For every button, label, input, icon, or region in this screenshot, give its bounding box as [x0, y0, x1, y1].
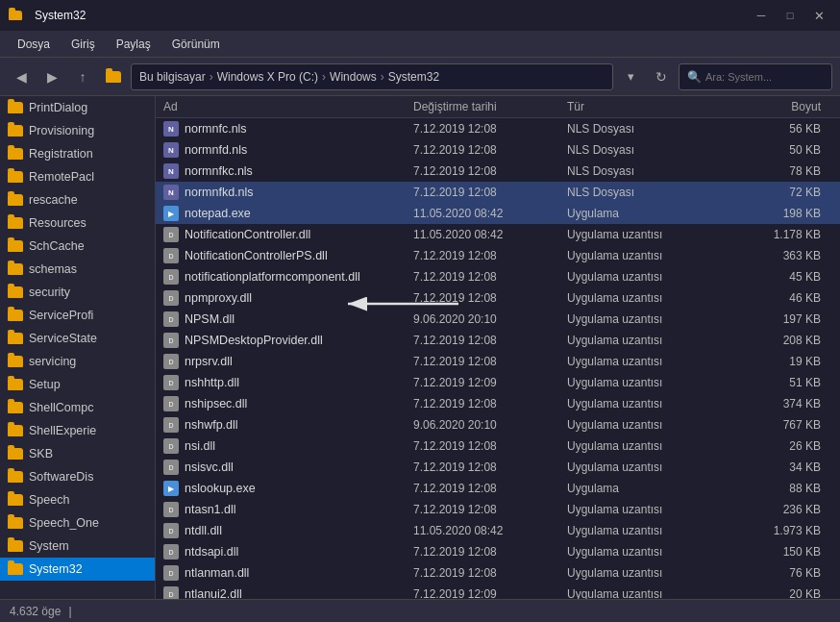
sidebar-item-system[interactable]: System	[0, 535, 155, 558]
file-date: 7.12.2019 12:08	[406, 460, 559, 474]
sidebar-item-skb[interactable]: SKB	[0, 442, 155, 465]
table-row[interactable]: Dntdll.dll11.05.2020 08:42Uygulama uzant…	[156, 520, 840, 541]
header-size[interactable]: Boyut	[732, 100, 828, 113]
refresh-button[interactable]: ↻	[648, 63, 675, 90]
file-icon: D	[163, 460, 179, 475]
sidebar-item-registration[interactable]: Registration	[0, 142, 155, 165]
up-button[interactable]: ↑	[69, 63, 96, 90]
file-icon: D	[163, 311, 179, 327]
file-size: 236 KB	[732, 503, 828, 516]
table-row[interactable]: Dntlanui2.dll7.12.2019 12:09Uygulama uza…	[156, 584, 840, 599]
sidebar-item-system32[interactable]: System32	[0, 558, 155, 581]
minimize-button[interactable]: ─	[748, 2, 775, 29]
sidebar-item-label: ServiceProfi	[29, 309, 93, 322]
table-row[interactable]: Dntdsapi.dll7.12.2019 12:08Uygulama uzan…	[156, 541, 840, 562]
sidebar-item-rescache[interactable]: rescache	[0, 188, 155, 211]
table-row[interactable]: Nnormnfkd.nls7.12.2019 12:08NLS Dosyası7…	[156, 182, 840, 203]
menu-dosya[interactable]: Dosya	[8, 34, 60, 55]
file-size: 72 KB	[732, 186, 828, 199]
sidebar-item-speech[interactable]: Speech	[0, 488, 155, 511]
forward-button[interactable]: ▶	[38, 63, 65, 90]
table-row[interactable]: DNPSMDesktopProvider.dll7.12.2019 12:08U…	[156, 330, 840, 351]
file-icon: N	[163, 121, 179, 137]
sidebar-item-label: Setup	[29, 378, 61, 391]
file-date: 9.06.2020 20:10	[406, 312, 559, 326]
header-name[interactable]: Ad	[156, 100, 406, 113]
file-size: 45 KB	[732, 270, 828, 284]
sidebar-item-schemas[interactable]: schemas	[0, 258, 155, 281]
table-row[interactable]: ▶nslookup.exe7.12.2019 12:08Uygulama88 K…	[156, 478, 840, 499]
table-row[interactable]: Dnpmproxy.dll7.12.2019 12:08Uygulama uza…	[156, 287, 840, 309]
address-bar[interactable]: Bu bilgisayar › Windows X Pro (C:) › Win…	[131, 63, 613, 90]
folder-icon	[8, 540, 23, 552]
file-icon: D	[163, 227, 179, 242]
back-button[interactable]: ◀	[8, 63, 35, 90]
menu-paylas[interactable]: Paylaş	[107, 34, 161, 55]
table-row[interactable]: Dntlanman.dll7.12.2019 12:08Uygulama uza…	[156, 562, 840, 584]
folder-icon	[8, 517, 23, 529]
status-bar: 4.632 öge |	[0, 599, 840, 622]
table-row[interactable]: Nnormnfd.nls7.12.2019 12:08NLS Dosyası50…	[156, 139, 840, 161]
sidebar-item-speech_one[interactable]: Speech_One	[0, 511, 155, 535]
file-type: Uygulama uzantısı	[559, 249, 732, 262]
file-list-container[interactable]: Ad Değiştirme tarihi Tür Boyut Nnormnfc.…	[156, 96, 840, 599]
close-button[interactable]: ✕	[805, 2, 832, 29]
file-name-cell: DNPSMDesktopProvider.dll	[156, 333, 406, 348]
table-row[interactable]: DNotificationController.dll11.05.2020 08…	[156, 224, 840, 245]
sidebar-item-label: ServiceState	[29, 332, 97, 345]
sidebar-item-servicestate[interactable]: ServiceState	[0, 327, 155, 350]
sidebar-item-serviceprofi[interactable]: ServiceProfi	[0, 304, 155, 327]
file-name: nrpsrv.dll	[185, 355, 233, 368]
sidebar-item-softwaredis[interactable]: SoftwareDis	[0, 465, 155, 488]
sidebar-item-servicing[interactable]: servicing	[0, 350, 155, 373]
table-row[interactable]: ▶notepad.exe11.05.2020 08:42Uygulama198 …	[156, 203, 840, 224]
file-name-cell: Nnormnfd.nls	[156, 142, 406, 158]
file-name-cell: Dntdsapi.dll	[156, 544, 406, 560]
menu-bar: Dosya Giriş Paylaş Görünüm	[0, 31, 840, 58]
menu-giris[interactable]: Giriş	[62, 34, 105, 55]
table-row[interactable]: DNPSM.dll9.06.2020 20:10Uygulama uzantıs…	[156, 309, 840, 330]
file-icon: D	[163, 290, 179, 306]
sidebar-item-shellexperie[interactable]: ShellExperie	[0, 419, 155, 442]
sidebar-item-shellcompc[interactable]: ShellCompc	[0, 396, 155, 419]
table-row[interactable]: Dnshhttp.dll7.12.2019 12:09Uygulama uzan…	[156, 372, 840, 393]
search-box[interactable]: 🔍 Ara: System...	[679, 63, 832, 90]
bc-windows: Windows	[330, 70, 377, 84]
file-date: 7.12.2019 12:08	[406, 164, 559, 178]
folder-icon	[8, 471, 23, 483]
folder-icon	[8, 402, 23, 413]
sidebar-item-schcache[interactable]: SchCache	[0, 235, 155, 258]
sidebar-item-provisioning[interactable]: Provisioning	[0, 119, 155, 142]
table-row[interactable]: Dnrpsrv.dll7.12.2019 12:08Uygulama uzant…	[156, 351, 840, 372]
file-icon: D	[163, 375, 179, 390]
window-controls[interactable]	[8, 8, 23, 23]
sidebar-item-setup[interactable]: Setup	[0, 373, 155, 396]
sidebar-item-remotepacl[interactable]: RemotePacl	[0, 165, 155, 188]
maximize-button[interactable]: □	[777, 2, 803, 29]
address-dropdown-button[interactable]: ▾	[617, 63, 644, 90]
table-row[interactable]: Dnotificationplatformcomponent.dll7.12.2…	[156, 266, 840, 287]
folder-icon	[8, 240, 23, 252]
file-name: NPSM.dll	[185, 312, 235, 326]
file-type: Uygulama uzantısı	[559, 376, 732, 389]
header-date[interactable]: Değiştirme tarihi	[406, 100, 559, 113]
header-type[interactable]: Tür	[559, 100, 732, 113]
file-name-cell: Dntlanui2.dll	[156, 586, 406, 599]
table-row[interactable]: Dnsisvc.dll7.12.2019 12:08Uygulama uzant…	[156, 457, 840, 478]
table-row[interactable]: Dntasn1.dll7.12.2019 12:08Uygulama uzant…	[156, 499, 840, 520]
sidebar-item-resources[interactable]: Resources	[0, 211, 155, 235]
folder-icon	[8, 333, 23, 344]
table-row[interactable]: Nnormnfkc.nls7.12.2019 12:08NLS Dosyası7…	[156, 161, 840, 182]
sidebar-item-printdialog[interactable]: PrintDialog	[0, 96, 155, 119]
table-row[interactable]: Dnshipsec.dll7.12.2019 12:08Uygulama uza…	[156, 393, 840, 414]
table-row[interactable]: Dnsi.dll7.12.2019 12:08Uygulama uzantısı…	[156, 435, 840, 457]
table-row[interactable]: DNotificationControllerPS.dll7.12.2019 1…	[156, 245, 840, 266]
sidebar-item-security[interactable]: security	[0, 281, 155, 304]
file-icon: N	[163, 163, 179, 179]
table-row[interactable]: Nnormnfc.nls7.12.2019 12:08NLS Dosyası56…	[156, 118, 840, 139]
file-name-cell: Nnormnfc.nls	[156, 121, 406, 137]
menu-gorunum[interactable]: Görünüm	[162, 34, 230, 55]
table-row[interactable]: Dnshwfp.dll9.06.2020 20:10Uygulama uzant…	[156, 414, 840, 435]
bc-system32: System32	[388, 70, 439, 84]
file-date: 7.12.2019 12:08	[406, 270, 559, 284]
